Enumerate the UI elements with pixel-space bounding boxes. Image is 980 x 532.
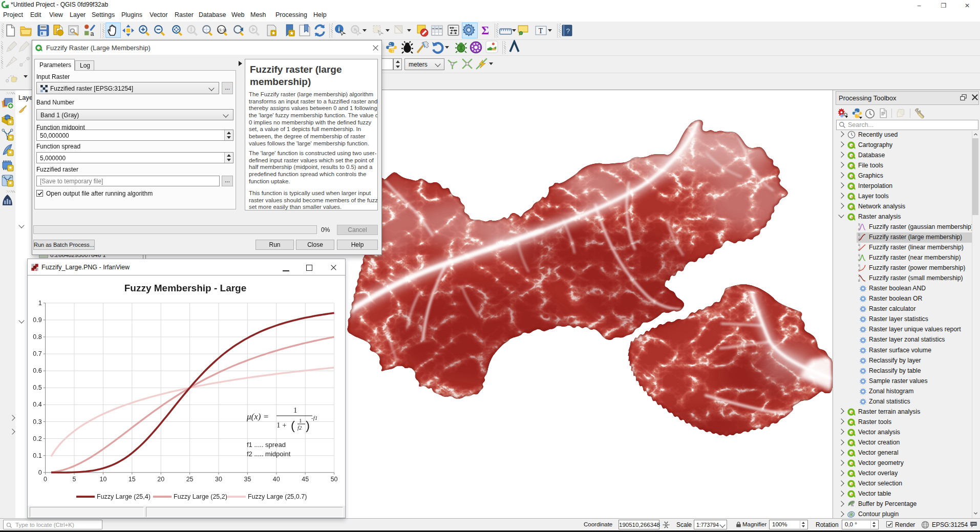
svg-text:1: 1 (299, 417, 302, 423)
svg-text:50: 50 (331, 476, 338, 483)
svg-text:15: 15 (129, 476, 136, 483)
svg-text:f2 ..... midpoint: f2 ..... midpoint (247, 450, 291, 458)
svg-text:45: 45 (302, 476, 309, 483)
svg-text:-f1: -f1 (311, 415, 317, 421)
svg-text:0.5: 0.5 (33, 384, 41, 391)
svg-text:1: 1 (293, 406, 297, 414)
svg-text:20: 20 (157, 476, 164, 483)
svg-text:μ(x) =: μ(x) = (246, 412, 269, 421)
svg-text:0.3: 0.3 (33, 418, 41, 425)
svg-text:1: 1 (858, 233, 860, 236)
svg-text:1: 1 (858, 223, 860, 226)
svg-text:f2: f2 (297, 424, 302, 431)
svg-text:1 +: 1 + (276, 421, 287, 429)
svg-text:1: 1 (38, 300, 42, 307)
svg-text:0.1: 0.1 (33, 452, 41, 459)
svg-text:a: a (91, 30, 94, 37)
svg-text:0: 0 (44, 476, 47, 483)
svg-text:): ) (306, 418, 310, 432)
svg-text:Fuzzy Large (25,4): Fuzzy Large (25,4) (97, 493, 151, 500)
svg-text:?: ? (566, 27, 570, 35)
svg-text:0.4: 0.4 (33, 401, 41, 408)
svg-text:(1:1): (1:1) (218, 28, 226, 32)
svg-text:T: T (539, 27, 543, 35)
svg-text:1: 1 (858, 243, 860, 246)
svg-text:1: 1 (858, 264, 860, 267)
svg-text:10: 10 (99, 476, 106, 483)
svg-text:(: ( (291, 418, 295, 432)
svg-text:0: 0 (858, 279, 860, 282)
svg-text:30: 30 (215, 476, 222, 483)
svg-text:40: 40 (273, 476, 280, 483)
svg-text:1: 1 (858, 253, 860, 257)
svg-text:0.6: 0.6 (33, 367, 41, 374)
svg-text:i: i (338, 26, 340, 33)
svg-text:%: % (851, 504, 854, 507)
svg-text:5: 5 (73, 476, 76, 483)
svg-text:Fuzzy Large (25,2): Fuzzy Large (25,2) (174, 493, 227, 500)
svg-text:0.8: 0.8 (33, 333, 41, 341)
svg-text:Fuzzy Membership - Large: Fuzzy Membership - Large (124, 283, 247, 293)
svg-text:Fuzzy Large (25,0.7): Fuzzy Large (25,0.7) (248, 493, 307, 500)
svg-text:0: 0 (38, 469, 42, 476)
svg-text:25: 25 (186, 476, 194, 483)
svg-text:0.2: 0.2 (33, 435, 41, 442)
svg-text:f1 ..... spread: f1 ..... spread (247, 441, 286, 449)
svg-text:0.9: 0.9 (33, 316, 41, 324)
svg-text:35: 35 (244, 476, 251, 483)
svg-text:Σ: Σ (481, 24, 489, 36)
svg-text:0.7: 0.7 (33, 350, 41, 357)
